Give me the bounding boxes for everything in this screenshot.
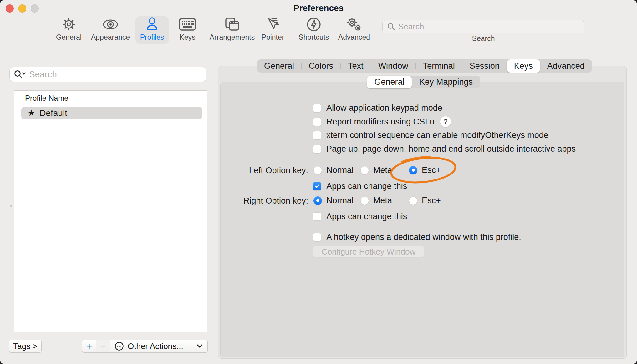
- profile-tab-bar: General Colors Text Window Terminal Sess…: [257, 59, 592, 73]
- toolbar-item-appearance[interactable]: Appearance: [87, 16, 134, 42]
- checkbox-row-keypad: Allow application keypad mode: [313, 104, 442, 112]
- checkbox[interactable]: [313, 212, 321, 221]
- radio[interactable]: [313, 166, 322, 174]
- radio-label: Normal: [326, 165, 354, 175]
- eye-icon: [87, 16, 134, 33]
- star-icon: ★: [28, 109, 35, 117]
- gear-icon: [45, 16, 92, 33]
- radio[interactable]: [360, 196, 369, 205]
- bolt-circle-icon: [290, 16, 337, 33]
- minus-icon: −: [100, 341, 106, 352]
- left-option-key-label: Left Option key:: [219, 166, 308, 175]
- checkbox-label: Page up, page down, home and end scroll …: [326, 144, 576, 154]
- section-divider: [236, 226, 610, 226]
- toolbar-item-pointer[interactable]: Pointer: [249, 16, 296, 42]
- toolbar-item-shortcuts[interactable]: Shortcuts: [290, 16, 337, 42]
- checkbox[interactable]: [313, 233, 321, 241]
- right-option-key-label: Right Option key:: [219, 196, 308, 206]
- checkbox[interactable]: [313, 145, 321, 153]
- checkbox-row-hotkey: A hotkey opens a dedicated window with t…: [313, 233, 521, 241]
- tab-terminal[interactable]: Terminal: [416, 59, 462, 73]
- checkbox-label: Apps can change this: [326, 181, 407, 191]
- radio-label: Meta: [373, 196, 392, 205]
- cursor-icon: [249, 16, 296, 33]
- other-actions-label: Other Actions...: [128, 341, 196, 351]
- keys-subtab-bar: General Key Mappings: [367, 76, 480, 88]
- checkbox-row-right-apps-change: Apps can change this: [313, 212, 407, 221]
- tab-session[interactable]: Session: [462, 59, 507, 73]
- tab-keys[interactable]: Keys: [507, 59, 540, 73]
- subtab-key-mappings[interactable]: Key Mappings: [412, 76, 480, 88]
- radio-right-meta: Meta: [360, 196, 392, 205]
- search-scope-icon: [13, 70, 26, 79]
- checkbox-row-csi-u: Report modifiers using CSI u ?: [313, 117, 451, 126]
- toolbar-search-placeholder: Search: [398, 22, 424, 32]
- checkbox-label: xterm control sequence can enable modify…: [326, 130, 548, 140]
- toolbar-search-field[interactable]: Search: [382, 20, 584, 33]
- plus-icon: +: [86, 341, 92, 352]
- checkbox-row-left-apps-change: Apps can change this: [313, 182, 407, 190]
- toolbar-label: Pointer: [249, 33, 296, 42]
- toolbar-item-general[interactable]: General: [45, 16, 92, 42]
- checkbox-row-page-scroll: Page up, page down, home and end scroll …: [313, 144, 576, 153]
- tab-window[interactable]: Window: [371, 59, 415, 73]
- tab-advanced[interactable]: Advanced: [540, 59, 592, 73]
- radio-selected[interactable]: [313, 196, 322, 205]
- chevron-down-icon: [196, 344, 203, 348]
- window-edge-dimple: [10, 205, 12, 207]
- tab-text[interactable]: Text: [341, 59, 371, 73]
- subtab-general[interactable]: General: [367, 76, 412, 88]
- keyboard-icon: [164, 16, 211, 33]
- help-button[interactable]: ?: [440, 116, 451, 127]
- radio-left-normal: Normal: [313, 166, 354, 174]
- toolbar-label: Shortcuts: [290, 33, 337, 42]
- tab-colors[interactable]: Colors: [302, 59, 340, 73]
- profile-search-field[interactable]: Search: [9, 67, 206, 82]
- preferences-window: Preferences General Appearance: [0, 0, 637, 364]
- tags-button[interactable]: Tags >: [9, 340, 42, 353]
- toolbar-item-advanced[interactable]: Advanced: [331, 16, 378, 42]
- checkbox[interactable]: [313, 131, 321, 139]
- radio-right-normal: Normal: [313, 196, 354, 205]
- window-title: Preferences: [0, 3, 637, 13]
- radio-left-meta: Meta: [360, 166, 392, 174]
- radio-label: Normal: [326, 196, 354, 205]
- checkbox[interactable]: [313, 104, 321, 112]
- toolbar-item-keys[interactable]: Keys: [164, 16, 211, 42]
- list-header-divider: [14, 105, 207, 105]
- toolbar-label: Keys: [164, 33, 211, 42]
- tags-button-label: Tags >: [13, 341, 37, 351]
- checkbox-row-modifyotherkeys: xterm control sequence can enable modify…: [313, 131, 548, 139]
- windows-icon: [209, 16, 256, 33]
- remove-profile-button[interactable]: −: [96, 340, 110, 353]
- add-profile-button[interactable]: +: [82, 340, 96, 353]
- search-icon: [387, 23, 395, 31]
- checkbox-checked[interactable]: [313, 182, 321, 190]
- checkbox-label: Allow application keypad mode: [326, 103, 442, 113]
- checkbox-label: A hotkey opens a dedicated window with t…: [326, 232, 521, 242]
- profile-list-header: Profile Name: [25, 94, 69, 103]
- screen: Preferences General Appearance: [0, 0, 637, 364]
- checkbox-label: Apps can change this: [326, 212, 407, 221]
- profile-row-default[interactable]: ★ Default: [21, 107, 202, 119]
- toolbar-label: Advanced: [331, 33, 378, 42]
- radio-label: Esc+: [422, 196, 441, 205]
- profile-name: Default: [39, 108, 67, 118]
- radio[interactable]: [409, 196, 417, 205]
- profile-list: [14, 90, 207, 332]
- ellipsis-circle-icon: [115, 341, 124, 351]
- checkbox[interactable]: [313, 118, 321, 126]
- radio-left-esc: Esc+: [409, 166, 441, 174]
- toolbar-label: General: [45, 33, 92, 42]
- toolbar-item-arrangements[interactable]: Arrangements: [209, 16, 256, 42]
- radio-label: Esc+: [422, 165, 441, 175]
- radio[interactable]: [360, 166, 369, 174]
- radio-selected[interactable]: [409, 166, 417, 174]
- section-divider: [236, 159, 610, 159]
- toolbar-label: Arrangements: [209, 33, 256, 42]
- tab-general[interactable]: General: [257, 59, 301, 73]
- other-actions-dropdown[interactable]: Other Actions...: [110, 340, 208, 353]
- radio-label: Meta: [373, 165, 392, 175]
- configure-hotkey-window-button[interactable]: Configure Hotkey Window: [313, 246, 424, 258]
- profile-search-placeholder: Search: [29, 69, 57, 79]
